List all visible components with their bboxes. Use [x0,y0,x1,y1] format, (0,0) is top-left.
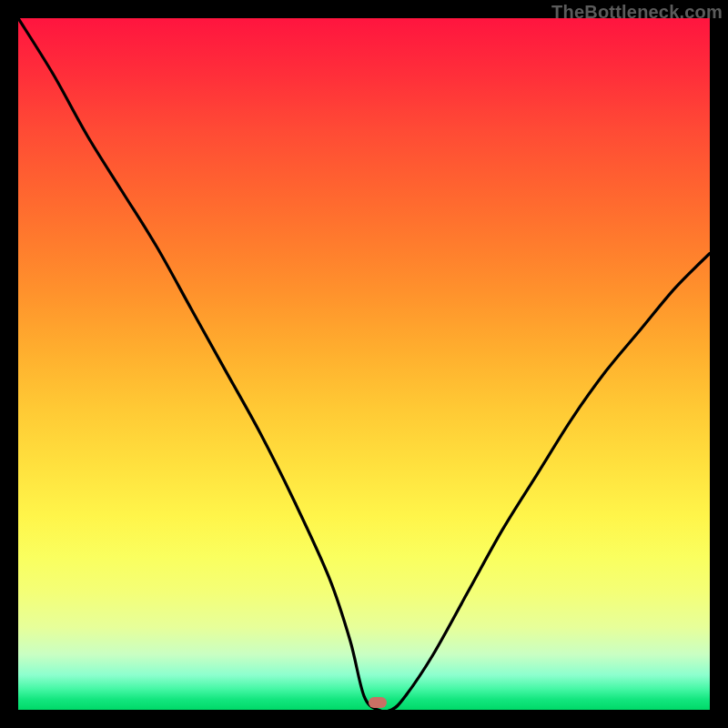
bottleneck-curve [18,18,710,710]
chart-frame: TheBottleneck.com [0,0,728,728]
plot-area [18,18,710,710]
watermark-text: TheBottleneck.com [551,2,723,23]
optimal-point-marker [369,697,387,708]
